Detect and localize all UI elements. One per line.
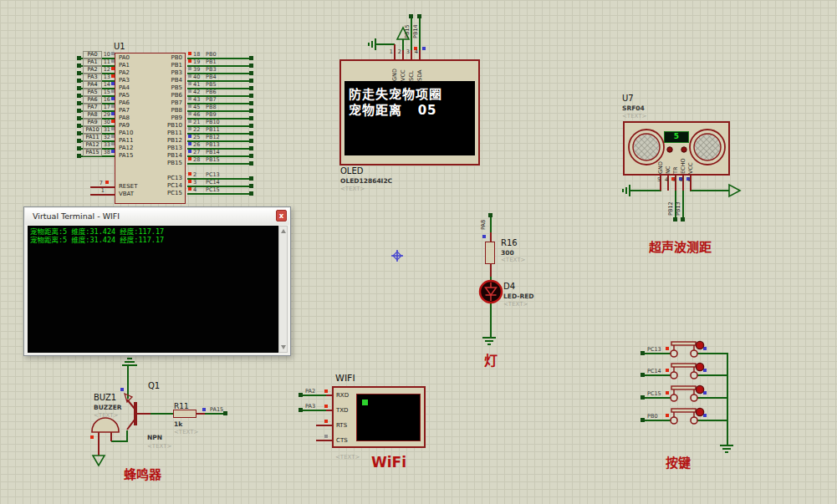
net-label: PB8 <box>206 104 227 110</box>
pin-stub <box>316 440 333 441</box>
chip-pin-name: PA2 <box>119 69 145 76</box>
pin-state <box>666 347 669 350</box>
wire <box>303 395 326 396</box>
pin-state <box>666 369 669 372</box>
push-button[interactable] <box>671 363 704 379</box>
ground-icon <box>720 445 733 446</box>
pin-number: 27 <box>193 149 203 155</box>
pin-state <box>703 369 707 372</box>
push-button[interactable] <box>671 408 704 424</box>
terminal-scrollbar[interactable] <box>278 226 288 353</box>
push-button[interactable] <box>671 385 704 401</box>
net-label: PA0 <box>83 51 102 59</box>
buzzer-caption: 蜂鸣器 <box>124 465 161 482</box>
chip-pin-name: PC14 <box>154 182 182 189</box>
pin-number: 4 <box>412 48 418 55</box>
srf04-distance-display: 5 <box>664 131 689 143</box>
pin-state <box>188 180 191 183</box>
pin-state <box>188 157 191 160</box>
wire-terminal <box>77 109 81 113</box>
power-arrow-icon <box>729 185 740 196</box>
chip-pin-name: PA3 <box>119 77 145 84</box>
wire <box>645 353 671 354</box>
pin-state <box>188 127 191 130</box>
pin-state <box>703 414 707 417</box>
chip-pin-name: PB1 <box>154 62 182 69</box>
pin-number: 17 <box>101 104 110 110</box>
pin-number: 40 <box>193 74 203 80</box>
pin-state <box>111 112 115 115</box>
pin-number: 28 <box>193 156 203 163</box>
net-label: PA15 <box>210 406 223 413</box>
net-label: PA5 <box>83 89 102 96</box>
resistor-r16[interactable] <box>485 242 495 264</box>
chip-pin-name: PB13 <box>154 145 182 151</box>
wire-terminal <box>249 71 253 75</box>
pin-state <box>202 408 206 411</box>
wire-terminal <box>223 411 227 415</box>
pin-state <box>120 388 124 391</box>
pin-state <box>111 150 115 153</box>
pin-stub <box>110 432 112 441</box>
wifi-title: WIFI <box>335 374 355 383</box>
net-label: PC13 <box>206 171 227 178</box>
pin-state <box>111 67 115 70</box>
ground-icon <box>482 337 496 339</box>
scroll-up-icon[interactable] <box>281 229 286 233</box>
wire <box>376 43 395 45</box>
keys-caption: 按键 <box>666 453 691 471</box>
chip-pin-name: PA9 <box>119 122 145 129</box>
wire <box>630 190 661 191</box>
wire <box>645 374 671 376</box>
net-label: PB0 <box>206 51 227 58</box>
pin-state <box>188 104 191 108</box>
pin-state <box>111 135 115 138</box>
transistor-q1-symbol[interactable] <box>125 394 137 430</box>
push-button[interactable] <box>671 341 704 357</box>
wire <box>697 353 728 354</box>
chip-pin-name: RESET <box>119 183 147 190</box>
wifi-pin-name: TXD <box>336 407 356 414</box>
chip-pin-name: PB6 <box>154 92 182 99</box>
pin-state <box>703 347 707 350</box>
pin-state <box>666 414 669 417</box>
pin-number: 18 <box>193 51 203 58</box>
pin-state <box>111 142 115 145</box>
pin-state <box>188 82 191 85</box>
chip-pin-name: PA12 <box>119 145 145 151</box>
buzzer-symbol[interactable] <box>92 418 119 432</box>
net-label: PA10 <box>83 126 102 134</box>
net-label: PA6 <box>83 96 102 104</box>
chip-pin-name: PB9 <box>154 115 182 121</box>
wire-terminal <box>249 191 253 196</box>
net-label: PB12 <box>206 134 227 140</box>
close-icon[interactable]: x <box>276 210 287 221</box>
d4-part: LED-RED <box>503 293 534 300</box>
chip-pin-name: PA8 <box>119 115 145 121</box>
wire-terminal <box>249 56 253 60</box>
scroll-down-icon[interactable] <box>281 345 286 349</box>
origin-marker-icon <box>391 250 403 262</box>
ground-icon <box>127 358 132 359</box>
net-label: PB10 <box>206 119 227 125</box>
wire <box>697 374 728 376</box>
net-label: PA3 <box>305 403 320 410</box>
wire-terminal <box>77 56 81 60</box>
net-label: PC13 <box>647 346 665 353</box>
chip-pin-name: PB5 <box>154 84 182 91</box>
wire-terminal <box>77 71 81 75</box>
buz1-text-prop: <TEXT> <box>94 412 118 419</box>
pin-state <box>188 59 191 63</box>
net-label: PA8 <box>480 213 487 230</box>
wire <box>187 193 250 195</box>
pin-state <box>482 235 486 238</box>
led-d4-symbol[interactable] <box>480 281 502 303</box>
net-label: PB13 <box>675 196 682 216</box>
pin-state <box>188 135 191 138</box>
srf04-ref: U7 <box>622 94 634 103</box>
wire-terminal <box>249 124 253 128</box>
wire-terminal <box>77 86 81 90</box>
wire <box>490 217 492 232</box>
oled-part: OLED12864I2C <box>340 177 392 185</box>
terminal-titlebar[interactable]: Virtual Terminal - WIFI <box>25 208 289 225</box>
